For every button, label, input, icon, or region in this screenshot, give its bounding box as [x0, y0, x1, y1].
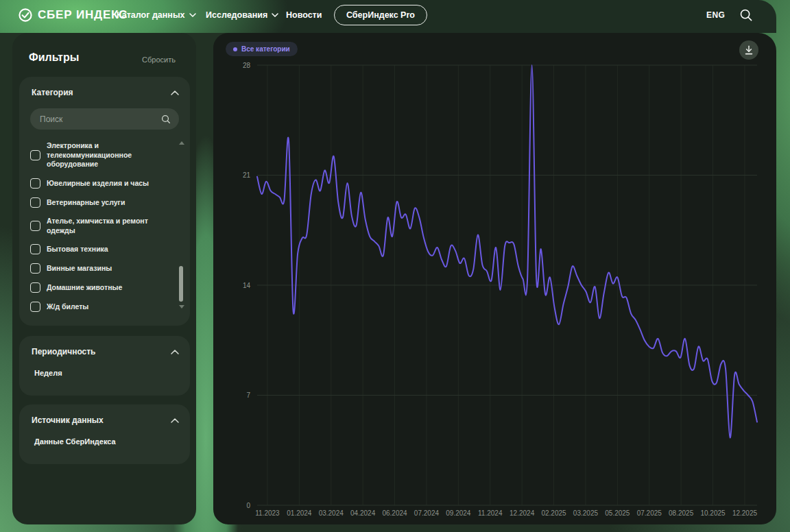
x-axis-tick-label: 12.2024 — [510, 509, 535, 517]
language-switcher[interactable]: ENG — [706, 0, 725, 30]
logo-text: СБЕР ИНДЕКС — [38, 8, 128, 22]
x-axis-tick-label: 11.2023 — [255, 509, 280, 517]
search-icon[interactable] — [161, 114, 171, 124]
chevron-down-icon — [189, 13, 196, 17]
x-axis-tick-label: 10.2025 — [700, 509, 726, 517]
category-checkbox-item[interactable]: Электроника и телекоммуникационное обору… — [30, 141, 167, 169]
nav-research-label: Исследования — [206, 10, 267, 20]
data-source-section-header[interactable]: Источник данных — [32, 415, 179, 425]
category-label: Ювелирные изделия и часы — [47, 179, 149, 189]
x-axis-tick-label: 01.2024 — [287, 509, 312, 517]
nav-data-catalog[interactable]: Каталог данных — [117, 0, 196, 30]
search-icon[interactable] — [739, 8, 753, 22]
x-axis-tick-label: 04.2024 — [350, 509, 376, 517]
periodicity-section-title: Периодичность — [32, 347, 96, 356]
category-checkbox-item[interactable]: Ателье, химчистка и ремонт одежды — [30, 217, 167, 235]
category-label: Домашние животные — [47, 283, 122, 293]
category-checkbox-item[interactable]: Бытовая техника — [30, 244, 167, 254]
nav-news[interactable]: Новости — [286, 0, 322, 30]
x-axis-tick-label: 07.2024 — [414, 509, 440, 517]
checkbox[interactable] — [30, 244, 40, 254]
checkbox[interactable] — [30, 263, 40, 274]
data-source-section-title: Источник данных — [32, 415, 104, 425]
category-checkbox-item[interactable]: Ювелирные изделия и часы — [30, 178, 167, 189]
checkbox[interactable] — [30, 282, 40, 293]
category-label: Ателье, химчистка и ремонт одежды — [47, 217, 167, 235]
series-line-all-categories — [257, 65, 757, 437]
x-axis-tick-label: 08.2025 — [669, 509, 694, 517]
category-label: Винные магазины — [47, 264, 112, 274]
category-label: Электроника и телекоммуникационное обору… — [47, 141, 167, 169]
category-search-input[interactable] — [30, 114, 161, 124]
category-scrollbar[interactable] — [178, 141, 184, 309]
filters-panel: Фильтры Сбросить Категория Электроника и… — [12, 33, 196, 524]
sberindex-pro-button[interactable]: СберИндекс Pro — [334, 5, 427, 25]
x-axis-tick-label: 12.2025 — [732, 509, 758, 517]
data-source-filter-card: Источник данных Данные СберИндекса — [19, 404, 190, 464]
category-label: Бытовая техника — [47, 245, 108, 254]
top-navigation-bar: СБЕР ИНДЕКС Каталог данных Исследования … — [0, 0, 776, 33]
periodicity-filter-card: Периодичность Неделя — [19, 336, 190, 396]
category-filter-card: Категория Электроника и телекоммуникацио… — [19, 77, 190, 326]
y-axis-tick-label: 21 — [243, 171, 251, 179]
nav-news-label: Новости — [286, 10, 322, 20]
logo[interactable]: СБЕР ИНДЕКС — [18, 8, 128, 23]
checkbox[interactable] — [30, 221, 40, 231]
filters-title: Фильтры — [29, 51, 79, 64]
nav-data-catalog-label: Каталог данных — [117, 10, 185, 20]
x-axis-tick-label: 09.2024 — [446, 509, 471, 517]
x-axis-tick-label: 06.2024 — [382, 509, 407, 517]
periodicity-section-header[interactable]: Периодичность — [32, 347, 179, 356]
checkbox[interactable] — [30, 197, 40, 208]
chevron-up-icon[interactable] — [171, 418, 179, 423]
sber-check-circle-icon — [18, 8, 33, 23]
category-checkbox-item[interactable]: Ветеринарные услуги — [30, 197, 167, 208]
checkbox[interactable] — [30, 150, 40, 160]
category-search-box — [30, 108, 179, 130]
checkbox[interactable] — [30, 302, 40, 312]
category-label: Ветеринарные услуги — [47, 198, 125, 208]
chart-canvas[interactable]: 11.202301.202403.202404.202406.202407.20… — [213, 33, 776, 524]
x-axis-tick-label: 03.2025 — [573, 509, 599, 517]
nav-research[interactable]: Исследования — [206, 0, 278, 30]
x-axis-tick-label: 02.2025 — [541, 509, 566, 517]
scroll-up-arrow-icon[interactable] — [179, 141, 184, 145]
data-source-value[interactable]: Данные СберИндекса — [34, 437, 116, 446]
x-axis-tick-label: 07.2025 — [637, 509, 662, 517]
chevron-down-icon — [272, 13, 278, 17]
x-axis-tick-label: 05.2025 — [605, 509, 630, 517]
category-checkbox-item[interactable]: Винные магазины — [30, 263, 167, 274]
category-section-header[interactable]: Категория — [32, 88, 179, 97]
y-axis-tick-label: 7 — [246, 391, 250, 399]
reset-filters-button[interactable]: Сбросить — [142, 56, 176, 64]
y-axis-tick-label: 14 — [243, 282, 251, 289]
category-list: Электроника и телекоммуникационное обору… — [30, 141, 167, 316]
category-checkbox-item[interactable]: Ж/д билеты — [30, 302, 167, 312]
chevron-up-icon[interactable] — [171, 90, 179, 95]
y-axis-tick-label: 0 — [246, 502, 250, 509]
y-axis-tick-label: 28 — [243, 62, 251, 69]
chevron-up-icon[interactable] — [171, 350, 179, 354]
x-axis-tick-label: 11.2024 — [478, 509, 503, 517]
scrollbar-thumb[interactable] — [179, 266, 183, 302]
category-label: Ж/д билеты — [47, 302, 88, 312]
checkbox[interactable] — [30, 178, 40, 189]
category-checkbox-item[interactable]: Домашние животные — [30, 282, 167, 293]
category-section-title: Категория — [32, 88, 73, 97]
x-axis-tick-label: 03.2024 — [319, 509, 344, 517]
periodicity-value[interactable]: Неделя — [34, 369, 62, 377]
chart-panel: Все категории 11.202301.202403.202404.20… — [213, 33, 776, 524]
scroll-down-arrow-icon[interactable] — [179, 305, 184, 309]
